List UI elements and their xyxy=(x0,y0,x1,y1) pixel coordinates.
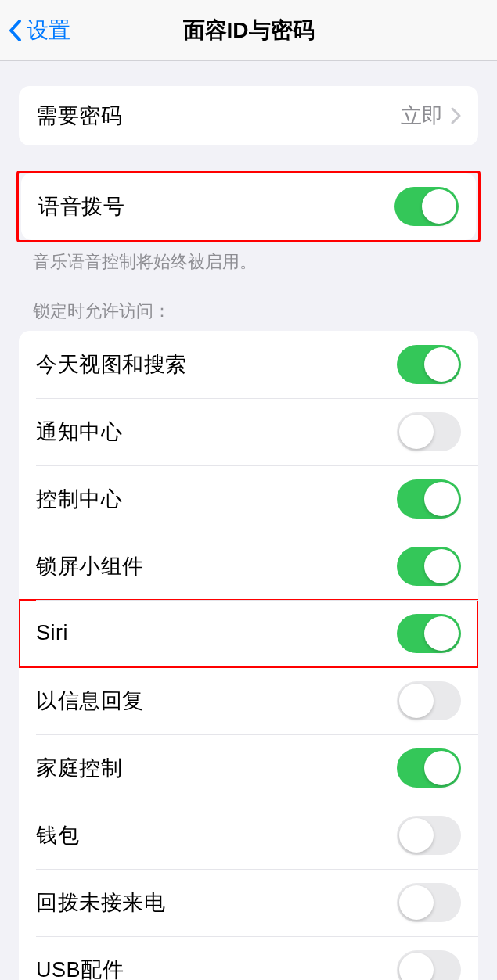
back-button[interactable]: 设置 xyxy=(8,16,70,45)
lock-access-row: Siri xyxy=(19,600,478,667)
navigation-bar: 设置 面容ID与密码 xyxy=(0,0,497,61)
lock-access-item-label: 家庭控制 xyxy=(36,754,122,782)
lock-access-item-label: 以信息回复 xyxy=(36,687,144,715)
voice-dial-toggle[interactable] xyxy=(394,187,459,226)
lock-access-row: 钱包 xyxy=(19,802,478,869)
lock-access-header: 锁定时允许访问： xyxy=(0,300,497,331)
lock-access-toggle[interactable] xyxy=(397,345,461,384)
lock-access-toggle[interactable] xyxy=(397,816,461,855)
chevron-right-icon xyxy=(451,107,461,124)
lock-access-item-label: 回拨未接来电 xyxy=(36,888,165,917)
lock-access-item-label: 通知中心 xyxy=(36,418,122,446)
lock-access-row: 以信息回复 xyxy=(19,667,478,734)
lock-access-item-label: Siri xyxy=(36,621,68,645)
require-passcode-row[interactable]: 需要密码 立即 xyxy=(19,86,478,145)
lock-access-section: 锁定时允许访问： 今天视图和搜索通知中心控制中心锁屏小组件Siri以信息回复家庭… xyxy=(0,300,497,980)
lock-access-row: 家庭控制 xyxy=(19,734,478,802)
lock-access-row: 回拨未接来电 xyxy=(19,869,478,936)
voice-dial-label: 语音拨号 xyxy=(38,192,124,221)
back-label: 设置 xyxy=(27,16,70,45)
lock-access-toggle[interactable] xyxy=(397,681,461,720)
chevron-left-icon xyxy=(8,19,22,42)
lock-access-row: 通知中心 xyxy=(19,398,478,465)
page-title: 面容ID与密码 xyxy=(183,16,315,45)
lock-access-item-label: USB配件 xyxy=(36,956,124,980)
lock-access-toggle[interactable] xyxy=(397,614,461,653)
lock-access-toggle[interactable] xyxy=(397,412,461,451)
lock-access-toggle[interactable] xyxy=(397,547,461,586)
voice-dial-row: 语音拨号 xyxy=(21,173,476,240)
lock-access-row: USB配件 xyxy=(19,936,478,980)
lock-access-item-label: 今天视图和搜索 xyxy=(36,350,187,379)
lock-access-row: 控制中心 xyxy=(19,465,478,533)
lock-access-toggle[interactable] xyxy=(397,950,461,980)
voice-dial-footer: 音乐语音控制将始终被启用。 xyxy=(0,242,497,275)
lock-access-toggle[interactable] xyxy=(397,748,461,788)
require-passcode-value: 立即 xyxy=(401,102,443,130)
lock-access-item-label: 控制中心 xyxy=(36,485,122,513)
voice-dial-highlight: 语音拨号 xyxy=(16,171,481,242)
lock-access-item-label: 锁屏小组件 xyxy=(36,552,144,580)
lock-access-row: 今天视图和搜索 xyxy=(19,331,478,398)
voice-dial-section: 语音拨号 音乐语音控制将始终被启用。 xyxy=(0,171,497,275)
require-passcode-label: 需要密码 xyxy=(36,102,122,130)
lock-access-row: 锁屏小组件 xyxy=(19,533,478,600)
require-passcode-section: 需要密码 立即 xyxy=(0,86,497,145)
content: 需要密码 立即 语音拨号 音乐语音控制将始终被启用。 xyxy=(0,86,497,980)
lock-access-toggle[interactable] xyxy=(397,479,461,519)
lock-access-toggle[interactable] xyxy=(397,883,461,922)
lock-access-item-label: 钱包 xyxy=(36,821,79,849)
